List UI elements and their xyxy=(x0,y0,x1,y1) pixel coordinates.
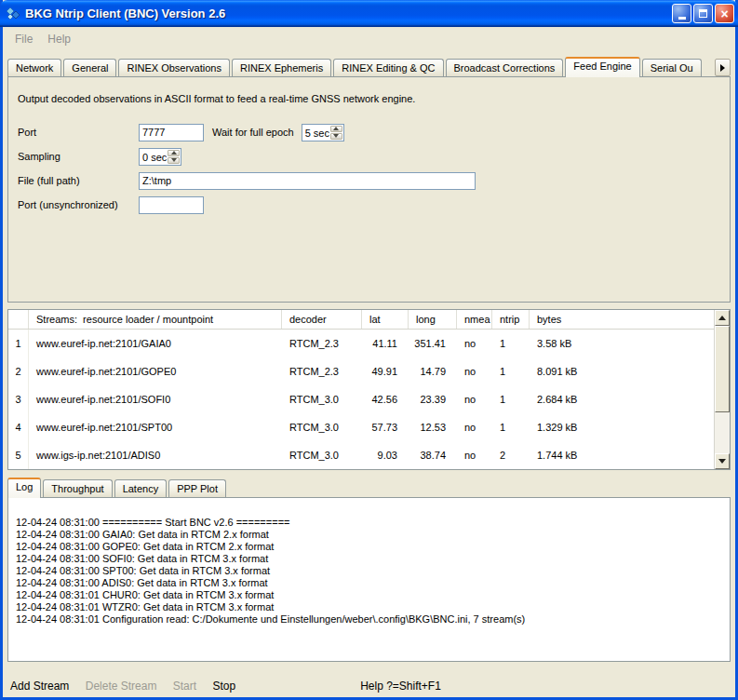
stream-row[interactable]: 3 www.euref-ip.net:2101/SOFI0 RTCM_3.0 4… xyxy=(8,385,714,413)
port-input[interactable] xyxy=(139,124,204,141)
file-path-input[interactable] xyxy=(139,172,476,190)
menu-bar: File Help xyxy=(3,27,735,51)
column-header-decoder: decoder xyxy=(282,310,362,329)
wait-for-full-epoch-spinbox[interactable]: 5 sec xyxy=(302,124,344,141)
tab-label: RINEX Ephemeris xyxy=(240,62,323,74)
spin-up-button[interactable] xyxy=(168,150,180,156)
cell-lat: 57.73 xyxy=(362,422,409,433)
menu-item[interactable]: Help xyxy=(40,30,78,48)
row-number: 1 xyxy=(8,330,29,357)
row-header-corner xyxy=(8,310,29,329)
cell-ntrip: 1 xyxy=(492,366,530,377)
tab-label: Network xyxy=(16,62,53,74)
row-number: 5 xyxy=(8,441,29,469)
spin-up-button[interactable] xyxy=(330,126,342,132)
spin-down-button[interactable] xyxy=(330,133,342,140)
stream-row[interactable]: 5 www.igs-ip.net:2101/ADIS0 RTCM_3.0 9.0… xyxy=(8,441,714,469)
streams-scrollbar[interactable] xyxy=(714,310,730,469)
cell-bytes: 8.091 kB xyxy=(530,366,714,377)
action-button[interactable]: Add Stream xyxy=(10,680,69,693)
bnc-window: BKG Ntrip Client (BNC) Version 2.6 × Fil… xyxy=(0,0,738,700)
log-tab[interactable]: Throughput xyxy=(43,479,112,498)
arrow-down-icon xyxy=(718,459,726,464)
port-unsynchronized-label: Port (unsynchronized) xyxy=(18,199,139,210)
tab[interactable]: Serial Ou xyxy=(642,59,702,77)
port-unsynchronized-row: Port (unsynchronized) xyxy=(18,195,720,214)
log-tab-label: PPP Plot xyxy=(177,483,218,494)
wait-for-full-epoch-label: Wait for full epoch xyxy=(212,127,294,138)
log-line: 12-04-24 08:31:01 CHUR0: Get data in RTC… xyxy=(16,589,722,601)
cell-decoder: RTCM_2.3 xyxy=(282,366,362,377)
help-shortcut-text: Help ?=Shift+F1 xyxy=(360,680,441,693)
cell-long: 38.74 xyxy=(409,450,457,461)
tab[interactable]: RINEX Editing & QC xyxy=(333,59,443,77)
stream-row[interactable]: 2 www.euref-ip.net:2101/GOPE0 RTCM_2.3 4… xyxy=(8,357,714,385)
log-tab-label: Log xyxy=(16,481,33,492)
action-button[interactable]: Start xyxy=(173,680,196,693)
scrollbar-thumb[interactable] xyxy=(715,326,730,412)
tab-label: Feed Engine xyxy=(573,61,631,72)
close-icon: × xyxy=(720,7,728,20)
stream-row[interactable]: 1 www.euref-ip.net:2101/GAIA0 RTCM_2.3 4… xyxy=(8,330,714,357)
log-tab[interactable]: Log xyxy=(7,478,41,498)
app-icon[interactable] xyxy=(6,7,20,21)
cell-mountpoint: www.euref-ip.net:2101/SPT00 xyxy=(29,422,282,433)
cell-nmea: no xyxy=(457,450,492,461)
log-line: 12-04-24 08:31:00 ========== Start BNC v… xyxy=(16,517,722,529)
log-tab[interactable]: PPP Plot xyxy=(168,479,226,498)
cell-nmea: no xyxy=(457,338,492,349)
cell-bytes: 3.58 kB xyxy=(530,338,714,349)
cell-long: 12.53 xyxy=(409,422,457,433)
tab[interactable]: RINEX Observations xyxy=(118,59,229,77)
streams-table-main: Streams: resource loader / mountpoint de… xyxy=(8,310,714,469)
log-tab[interactable]: Latency xyxy=(114,479,168,498)
tab[interactable]: Network xyxy=(7,59,61,77)
close-button[interactable]: × xyxy=(715,4,734,23)
tab[interactable]: Broadcast Corrections xyxy=(446,59,564,77)
log-panel[interactable]: 12-04-24 08:31:00 ========== Start BNC v… xyxy=(7,497,731,662)
sampling-spinbox[interactable]: 0 sec xyxy=(139,148,181,166)
cell-lat: 42.56 xyxy=(362,394,409,405)
tab[interactable]: General xyxy=(63,59,116,77)
menu-item[interactable]: File xyxy=(7,30,40,48)
maximize-icon xyxy=(699,9,707,18)
tab[interactable]: Feed Engine xyxy=(565,57,639,77)
cell-nmea: no xyxy=(457,366,492,377)
log-line: 12-04-24 08:31:00 SPT00: Get data in RTC… xyxy=(16,565,722,577)
log-tab-bar: Log Throughput Latency PPP Plot xyxy=(7,478,731,498)
cell-long: 14.79 xyxy=(409,366,457,377)
bottom-action-bar: Add Stream Delete Stream Start Stop Help… xyxy=(7,677,731,695)
maximize-button[interactable] xyxy=(693,4,713,23)
spin-down-button[interactable] xyxy=(168,157,180,164)
scroll-down-button[interactable] xyxy=(715,453,730,469)
window-title: BKG Ntrip Client (BNC) Version 2.6 xyxy=(25,7,225,20)
cell-nmea: no xyxy=(457,422,492,433)
tab-label: Broadcast Corrections xyxy=(454,62,556,74)
minimize-button[interactable] xyxy=(672,4,691,23)
stream-row[interactable]: 4 www.euref-ip.net:2101/SPT00 RTCM_3.0 5… xyxy=(8,413,714,441)
log-tab-label: Throughput xyxy=(51,483,103,494)
cell-decoder: RTCM_3.0 xyxy=(282,450,362,461)
spin-buttons xyxy=(330,125,343,141)
cell-nmea: no xyxy=(457,394,492,405)
scrollbar-track[interactable] xyxy=(715,326,730,453)
action-button[interactable]: Delete Stream xyxy=(86,680,157,693)
minimize-icon xyxy=(678,17,686,20)
port-row: Port Wait for full epoch 5 sec xyxy=(18,123,720,141)
column-header-long: long xyxy=(409,310,457,329)
sampling-row: Sampling 0 sec xyxy=(18,147,720,166)
cell-ntrip: 2 xyxy=(492,450,530,461)
cell-decoder: RTCM_3.0 xyxy=(282,422,362,433)
log-line: 12-04-24 08:31:00 SOFI0: Get data in RTC… xyxy=(16,553,722,565)
action-button[interactable]: Stop xyxy=(212,680,235,693)
scroll-up-button[interactable] xyxy=(715,310,730,326)
port-unsynchronized-input[interactable] xyxy=(139,196,204,214)
title-bar[interactable]: BKG Ntrip Client (BNC) Version 2.6 × xyxy=(0,0,738,27)
arrow-down-icon xyxy=(333,134,339,138)
tab-scroll-right-button[interactable] xyxy=(715,59,731,76)
window-controls: × xyxy=(672,4,734,23)
tab[interactable]: RINEX Ephemeris xyxy=(232,59,331,77)
cell-ntrip: 1 xyxy=(492,422,530,433)
column-header-ntrip: ntrip xyxy=(492,310,530,329)
streams-table-body: 1 www.euref-ip.net:2101/GAIA0 RTCM_2.3 4… xyxy=(8,330,714,469)
